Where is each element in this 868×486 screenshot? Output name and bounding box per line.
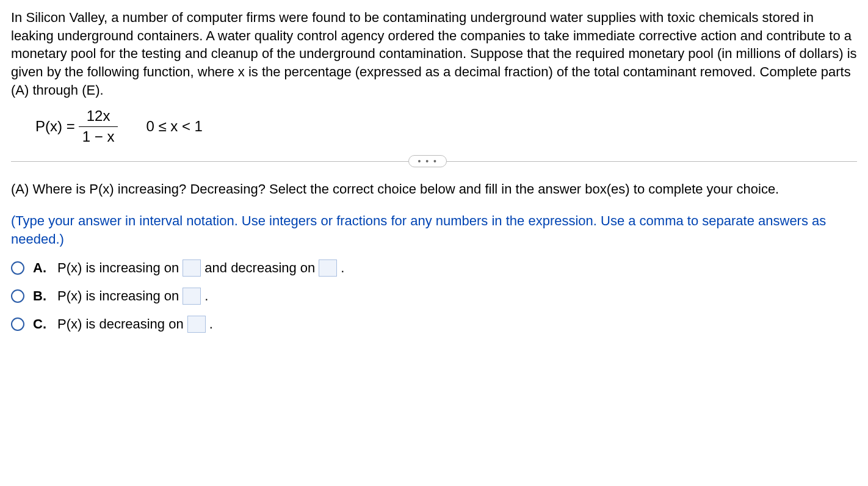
formula-expression: P(x) = 12x 1 − x	[35, 106, 121, 147]
choice-a-text: P(x) is increasing on and decreasing on …	[57, 259, 344, 277]
choice-a-input-2[interactable]	[319, 259, 337, 277]
choice-a-seg2: and decreasing on	[204, 259, 315, 277]
choice-c-radio[interactable]	[11, 317, 24, 331]
choice-b-radio[interactable]	[11, 289, 24, 303]
choice-b-text: P(x) is increasing on .	[57, 287, 208, 305]
problem-statement: In Silicon Valley, a number of computer …	[11, 9, 857, 99]
choice-b-seg2: .	[204, 287, 208, 305]
formula-fraction: 12x 1 − x	[79, 106, 118, 147]
formula-row: P(x) = 12x 1 − x 0 ≤ x < 1	[35, 106, 857, 147]
section-divider: • • •	[11, 161, 857, 162]
answer-hint: (Type your answer in interval notation. …	[11, 212, 857, 248]
choice-a-row: A. P(x) is increasing on and decreasing …	[11, 259, 857, 277]
choice-c-seg1: P(x) is decreasing on	[57, 315, 184, 333]
choices-group: A. P(x) is increasing on and decreasing …	[11, 259, 857, 333]
choice-b-seg1: P(x) is increasing on	[57, 287, 179, 305]
formula-lhs: P(x) =	[35, 117, 75, 136]
choice-c-seg2: .	[209, 315, 213, 333]
choice-c-input-1[interactable]	[187, 316, 206, 333]
choice-b-row: B. P(x) is increasing on .	[11, 287, 857, 305]
formula-numerator: 12x	[83, 106, 114, 126]
choice-a-seg3: .	[341, 259, 344, 277]
choice-b-input-1[interactable]	[183, 288, 201, 305]
choice-c-text: P(x) is decreasing on .	[57, 315, 213, 333]
choice-a-seg1: P(x) is increasing on	[57, 259, 179, 277]
formula-domain: 0 ≤ x < 1	[146, 117, 203, 136]
choice-a-radio[interactable]	[11, 261, 24, 275]
choice-a-letter: A.	[33, 259, 48, 277]
choice-c-letter: C.	[33, 315, 48, 333]
choice-a-input-1[interactable]	[183, 259, 201, 277]
part-a-prompt: (A) Where is P(x) increasing? Decreasing…	[11, 180, 857, 198]
expand-dots-button[interactable]: • • •	[408, 155, 446, 167]
choice-c-row: C. P(x) is decreasing on .	[11, 315, 857, 333]
formula-denominator: 1 − x	[79, 126, 118, 147]
choice-b-letter: B.	[33, 287, 48, 305]
